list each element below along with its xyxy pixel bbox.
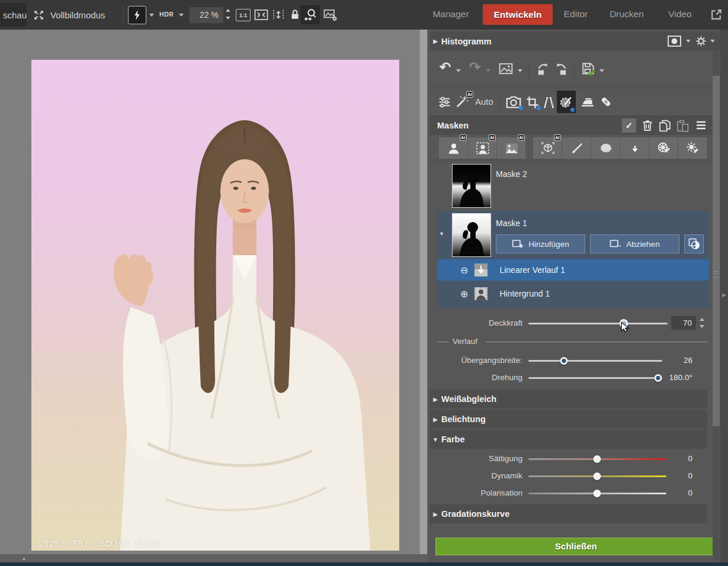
- overlay-dropdown-caret[interactable]: [686, 40, 691, 43]
- panel-collapse-arrow[interactable]: ▶: [722, 292, 726, 298]
- clone-iron-tool[interactable]: [581, 97, 595, 108]
- saturation-handle[interactable]: [594, 455, 601, 463]
- mask-invert-button[interactable]: [684, 234, 704, 253]
- mask-select-object-button[interactable]: AI: [533, 137, 562, 159]
- mask-select-sky-button[interactable]: AI: [497, 137, 526, 159]
- polarization-handle[interactable]: [594, 490, 601, 497]
- mask-subtract-button[interactable]: Abziehen: [590, 234, 679, 253]
- rotate-left-button[interactable]: [537, 63, 550, 76]
- mask1-expander-icon[interactable]: ▼: [439, 231, 444, 237]
- scrollbar-grip-icon: [714, 271, 719, 278]
- mask-brush-button[interactable]: [562, 137, 591, 159]
- opacity-slider-track[interactable]: [528, 323, 668, 324]
- undo-button[interactable]: ↶: [440, 59, 451, 75]
- copy-mask-button[interactable]: [659, 120, 671, 132]
- zoom-step-down[interactable]: [226, 17, 230, 20]
- undock-window-icon[interactable]: [710, 8, 723, 21]
- mask-layer-linear-gradient-selected[interactable]: ⊖ Linearer Verlauf 1: [437, 259, 709, 281]
- opacity-value-input[interactable]: 70: [671, 316, 696, 330]
- mask1-thumbnail[interactable]: [452, 213, 491, 257]
- transition-width-label: Übergangsbreite:: [428, 356, 522, 365]
- mask2-thumbnail[interactable]: [452, 164, 491, 208]
- panel-scrollbar-thumb[interactable]: [713, 76, 720, 426]
- auto-enhance-label[interactable]: Auto: [475, 97, 493, 107]
- section-header-white-balance[interactable]: ▶ Weißabgleich: [429, 390, 707, 409]
- saturation-value: 0: [654, 454, 692, 463]
- adjustments-tool-button[interactable]: [438, 96, 451, 108]
- mask2-name: Maske 2: [496, 169, 527, 179]
- save-options-caret[interactable]: [599, 69, 604, 72]
- mask-layer-background[interactable]: ⊕ Hintergrund 1: [437, 283, 709, 304]
- camera-tool-active-dot: [519, 106, 523, 110]
- save-button[interactable]: [582, 62, 595, 76]
- hdr-button[interactable]: HDR: [159, 11, 174, 18]
- opacity-step-down[interactable]: [700, 325, 704, 328]
- module-tab-editor[interactable]: Editor: [559, 9, 592, 20]
- zoom-1to1-button[interactable]: 1:1: [236, 9, 251, 21]
- paste-mask-button[interactable]: [676, 120, 689, 132]
- zoom-input[interactable]: 22 %: [190, 7, 223, 23]
- healing-tool[interactable]: [599, 95, 612, 108]
- close-button[interactable]: Schließen: [435, 538, 717, 555]
- fit-to-screen-button[interactable]: [254, 9, 268, 21]
- mask-select-portrait-button[interactable]: AI: [468, 137, 497, 159]
- hdr-dropdown-caret[interactable]: [179, 14, 184, 17]
- vibrance-handle[interactable]: [594, 472, 601, 480]
- opacity-step-up[interactable]: [700, 318, 704, 321]
- canvas-vertical-scrollbar[interactable]: [419, 30, 428, 554]
- mask-list-item-mask2[interactable]: Maske 2: [437, 161, 709, 210]
- exif-overlay: 1/125 s F5.6 ISO 100 85 mm: [37, 539, 162, 548]
- history-separator-2: [575, 59, 575, 79]
- rotate-right-button[interactable]: [554, 63, 567, 76]
- module-tab-print[interactable]: Drucken: [605, 9, 648, 20]
- undo-history-caret[interactable]: [456, 69, 461, 72]
- transition-width-track[interactable]: [528, 360, 662, 362]
- mouse-cursor: [620, 321, 631, 333]
- section-header-curve[interactable]: ▶ Gradationskurve: [429, 504, 707, 523]
- ai-badge: AI: [460, 134, 467, 141]
- fullscreen-icon: [33, 9, 45, 21]
- redo-history-caret[interactable]: [486, 69, 490, 72]
- zoom-step-up[interactable]: [226, 9, 230, 12]
- ai-badge: AI: [466, 91, 474, 98]
- flash-preview-button[interactable]: [128, 6, 146, 24]
- mask-radial-button[interactable]: [591, 137, 620, 159]
- redo-button[interactable]: ↷: [469, 59, 480, 75]
- compare-view-button[interactable]: [300, 5, 320, 24]
- module-tab-manager[interactable]: Manager: [430, 9, 472, 20]
- section-header-color[interactable]: ▼ Farbe: [429, 430, 707, 449]
- mask-luminance-button[interactable]: [678, 137, 707, 159]
- snapshot-button[interactable]: [499, 63, 513, 75]
- module-tab-video[interactable]: Video: [665, 9, 695, 20]
- histogram-settings-button[interactable]: [695, 36, 707, 47]
- fullscreen-button[interactable]: Vollbildmodus: [33, 7, 105, 22]
- rotation-track[interactable]: [528, 377, 662, 379]
- fit-height-button[interactable]: [272, 9, 284, 21]
- mask-add-button[interactable]: Hinzufügen: [496, 234, 585, 253]
- module-tab-develop[interactable]: Entwickeln: [483, 4, 553, 25]
- delete-mask-button[interactable]: [642, 120, 653, 131]
- add-mode-icon: ⊕: [460, 288, 468, 300]
- flash-dropdown-caret[interactable]: [149, 14, 154, 17]
- masks-divider: [429, 160, 720, 160]
- photo-canvas[interactable]: 1/125 s F5.6 ISO 100 85 mm: [31, 60, 399, 551]
- histogram-settings-caret[interactable]: [710, 40, 715, 43]
- snapshot-caret[interactable]: [518, 69, 522, 72]
- mask-color-range-button[interactable]: [649, 137, 678, 159]
- masks-menu-button[interactable]: [695, 120, 707, 131]
- vibrance-value: 0: [654, 471, 692, 480]
- section-header-exposure[interactable]: ▶ Belichtung: [429, 410, 707, 429]
- mask-type-toolbar: AI AI AI AI: [428, 137, 721, 159]
- mask-visibility-toggle[interactable]: ✓: [622, 118, 636, 133]
- transition-width-handle[interactable]: [560, 357, 568, 365]
- mask-list-item-mask1-selected[interactable]: ▼ Maske 1 Hinzufügen: [437, 211, 709, 308]
- auto-enhance-button[interactable]: AI: [455, 95, 469, 108]
- preview-button[interactable]: schau: [0, 3, 27, 27]
- mask-select-person-button[interactable]: AI: [439, 137, 468, 159]
- overlay-display-button[interactable]: [668, 36, 681, 47]
- filmstrip-expander-bar[interactable]: ▲: [0, 554, 428, 562]
- preview-settings-button[interactable]: [323, 8, 338, 21]
- lock-zoom-button[interactable]: [288, 8, 302, 21]
- mask-linear-gradient-button[interactable]: [620, 137, 649, 159]
- straighten-lines-tool[interactable]: [541, 96, 556, 109]
